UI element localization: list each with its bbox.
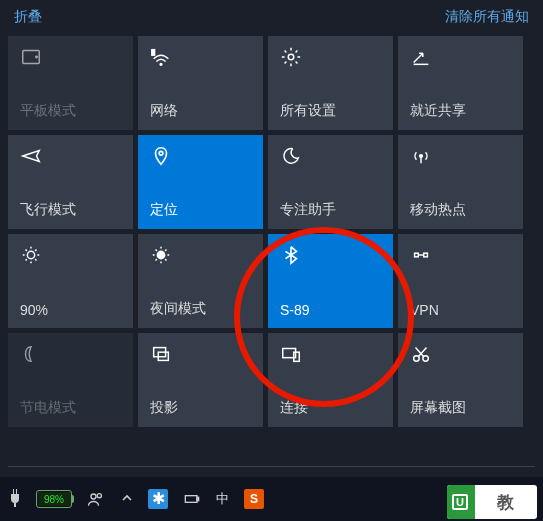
svg-point-4 [288, 54, 294, 60]
tile-location[interactable]: 定位 [138, 135, 263, 229]
svg-point-5 [159, 151, 163, 155]
moon-icon [280, 145, 302, 167]
plug-icon [8, 489, 22, 510]
settings-icon [280, 46, 302, 68]
svg-point-19 [91, 494, 96, 499]
tile-airplane-mode[interactable]: 飞行模式 [8, 135, 133, 229]
nightlight-icon [150, 244, 172, 266]
project-icon [150, 343, 172, 365]
bluetooth-icon [280, 244, 302, 266]
svg-rect-3 [152, 50, 155, 56]
tile-label: 网络 [150, 102, 251, 120]
tile-label: 专注助手 [280, 201, 381, 219]
people-icon[interactable] [86, 489, 106, 509]
tile-network[interactable]: 网络 [138, 36, 263, 130]
snip-icon [410, 343, 432, 365]
tile-battery-saver[interactable]: 节电模式 [8, 333, 133, 427]
tile-night-light[interactable]: 夜间模式 [138, 234, 263, 328]
tile-project[interactable]: 投影 [138, 333, 263, 427]
tile-mobile-hotspot[interactable]: 移动热点 [398, 135, 523, 229]
tile-focus-assist[interactable]: 专注助手 [268, 135, 393, 229]
tile-label: 所有设置 [280, 102, 381, 120]
tile-label: 节电模式 [20, 399, 121, 417]
tile-label: 夜间模式 [150, 300, 251, 318]
tile-screen-snip[interactable]: 屏幕截图 [398, 333, 523, 427]
svg-point-2 [160, 63, 162, 65]
ime-indicator[interactable]: 中 [216, 490, 230, 508]
collapse-link[interactable]: 折叠 [14, 8, 42, 26]
tile-connect[interactable]: 连接 [268, 333, 393, 427]
chevron-up-icon[interactable] [120, 491, 134, 508]
divider [8, 466, 535, 467]
wifi-icon [150, 46, 172, 68]
svg-point-9 [157, 251, 164, 258]
tile-brightness[interactable]: 90% [8, 234, 133, 328]
clear-notifications-link[interactable]: 清除所有通知 [445, 8, 529, 26]
battery-indicator[interactable]: 98% [36, 490, 72, 508]
svg-rect-11 [424, 253, 428, 257]
tile-label: 就近共享 [410, 102, 511, 120]
svg-rect-16 [294, 352, 300, 361]
tile-label: 连接 [280, 399, 381, 417]
svg-rect-10 [415, 253, 419, 257]
share-icon [410, 46, 432, 68]
battery-saver-icon [20, 343, 42, 365]
tile-label: 平板模式 [20, 102, 121, 120]
tray-battery-icon[interactable] [182, 489, 202, 509]
vpn-icon [410, 244, 432, 266]
tile-vpn[interactable]: VPN [398, 234, 523, 328]
tile-tablet-mode[interactable]: 平板模式 [8, 36, 133, 130]
brightness-icon [20, 244, 42, 266]
svg-point-1 [36, 56, 37, 57]
svg-point-8 [27, 251, 34, 258]
tile-nearby-share[interactable]: 就近共享 [398, 36, 523, 130]
tile-label: S-89 [280, 302, 381, 318]
wechat-work-icon[interactable]: ✱ [148, 489, 168, 509]
svg-rect-22 [197, 497, 199, 500]
watermark: U 教 [447, 485, 537, 519]
tile-label: 定位 [150, 201, 251, 219]
tile-label: 90% [20, 302, 121, 318]
sogou-icon[interactable]: S [244, 489, 264, 509]
tile-label: VPN [410, 302, 511, 318]
location-icon [150, 145, 172, 167]
tile-all-settings[interactable]: 所有设置 [268, 36, 393, 130]
watermark-text: 教 [475, 491, 537, 514]
tablet-icon [20, 46, 42, 68]
tile-label: 移动热点 [410, 201, 511, 219]
tile-label: 飞行模式 [20, 201, 121, 219]
tile-label: 投影 [150, 399, 251, 417]
watermark-logo: U [447, 485, 475, 519]
svg-rect-21 [185, 496, 197, 503]
connect-icon [280, 343, 302, 365]
battery-percent: 98% [44, 494, 64, 505]
tile-label: 屏幕截图 [410, 399, 511, 417]
airplane-icon [20, 145, 42, 167]
svg-point-20 [97, 494, 101, 498]
action-center-tiles: 平板模式 网络 所有设置 就近共享 飞行模式 定位 专注助手 [0, 36, 543, 427]
hotspot-icon [410, 145, 432, 167]
tile-bluetooth[interactable]: S-89 [268, 234, 393, 328]
